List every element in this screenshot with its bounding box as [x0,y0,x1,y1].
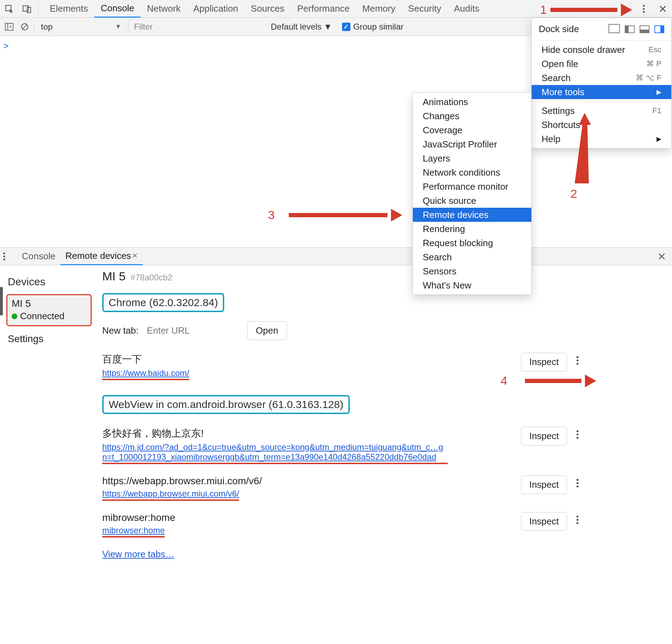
tab-elements[interactable]: Elements [43,0,94,18]
annotation-2 [564,113,606,194]
tab-security[interactable]: Security [402,0,448,18]
tools-item-remote-devices[interactable]: Remote devices [413,208,531,222]
page-url-link[interactable]: mibrowser:home [102,525,165,537]
console-prompt: > [4,41,8,51]
group-similar-checkbox[interactable]: ✓ Group similar [342,22,404,32]
toggle-sidebar-icon[interactable] [3,20,16,33]
kebab-menu-icon[interactable] [637,2,650,15]
sidebar-settings[interactable]: Settings [6,331,92,347]
device-hash: #78a00cb2 [130,273,172,282]
submenu-arrow-icon: ▶ [656,135,661,143]
annotation-label: 2 [570,187,577,201]
tab-application[interactable]: Application [187,0,244,18]
menu-item-more-tools[interactable]: More tools▶ [532,85,671,99]
group-similar-label: Group similar [353,22,404,32]
svg-point-12 [576,359,579,362]
tab-network[interactable]: Network [141,0,187,18]
svg-point-18 [576,482,579,484]
svg-point-19 [576,486,579,488]
inspect-button[interactable]: Inspect [521,512,567,531]
page-kebab-icon[interactable] [573,353,582,368]
drawer-kebab-icon[interactable] [3,252,13,261]
new-tab-url-input[interactable] [147,325,239,336]
svg-point-3 [643,5,644,6]
tools-item-javascript-profiler[interactable]: JavaScript Profiler [413,137,531,151]
filter-input[interactable] [131,20,265,34]
menu-item-hide-console-drawer[interactable]: Hide console drawerEsc [532,43,671,57]
new-tab-label: New tab: [102,325,139,336]
page-kebab-icon[interactable] [573,427,582,442]
svg-point-5 [643,11,644,13]
device-toolbar-icon[interactable] [20,2,33,15]
inspect-button[interactable]: Inspect [521,475,567,494]
inspect-element-icon[interactable] [3,2,16,15]
menu-item-search[interactable]: Search⌘ ⌥ F [532,71,671,85]
inspect-button[interactable]: Inspect [521,427,567,445]
close-tab-icon[interactable]: ✕ [132,251,138,260]
menu-item-label: Search [542,73,570,84]
menu-separator [532,101,671,102]
svg-point-14 [576,430,579,432]
tools-item-request-blocking[interactable]: Request blocking [413,236,531,250]
sidebar-header: Devices [8,276,92,288]
tab-memory[interactable]: Memory [356,0,402,18]
device-entry[interactable]: MI 5 Connected [6,294,92,326]
menu-item-shortcut: Esc [648,45,661,54]
dock-right-icon[interactable] [654,25,664,33]
tools-item-changes[interactable]: Changes [413,109,531,123]
close-devtools-icon[interactable] [656,2,669,15]
menu-item-shortcut: ⌘ P [646,59,661,68]
tab-performance[interactable]: Performance [291,0,356,18]
drawer-tab-console[interactable]: Console [17,248,60,265]
tab-console[interactable]: Console [94,0,140,18]
inspect-button[interactable]: Inspect [521,353,567,371]
log-level-selector[interactable]: Default levels ▼ [268,22,335,32]
page-kebab-icon[interactable] [573,512,582,528]
page-kebab-icon[interactable] [573,475,582,491]
checkbox-checked-icon: ✓ [342,23,350,31]
svg-rect-6 [5,23,13,30]
dock-bottom-icon[interactable] [640,25,649,33]
tools-item-network-conditions[interactable]: Network conditions [413,165,531,180]
view-more-link[interactable]: View more tabs… [102,549,175,559]
page-entry: https://webapp.browser.miui.com/v6/https… [102,475,582,501]
page-url-link[interactable]: https://m.jd.com/?ad_od=1&cu=true&utm_so… [102,442,448,464]
remote-devices-panel: Devices MI 5 Connected Settings MI 5 #78… [0,265,672,583]
tab-audits[interactable]: Audits [447,0,485,18]
submenu-arrow-icon: ▶ [656,88,661,96]
drawer-close-icon[interactable] [654,253,669,260]
tools-item-what's-new[interactable]: What's New [413,278,531,292]
drawer-tab-strip: ConsoleRemote devices✕ [0,248,672,265]
menu-separator [532,40,671,41]
tools-item-rendering[interactable]: Rendering [413,222,531,236]
svg-point-20 [576,516,579,518]
annotation-label: 1 [540,3,547,17]
divider [128,21,128,32]
divider [38,3,38,14]
dock-side-label: Dock side [539,24,605,35]
tools-item-coverage[interactable]: Coverage [413,123,531,137]
open-button[interactable]: Open [247,321,287,340]
browser-header-chrome: Chrome (62.0.3202.84) [102,293,224,312]
tab-sources[interactable]: Sources [244,0,291,18]
annotation-1: 1 [540,3,632,17]
svg-point-16 [576,437,579,439]
svg-point-22 [576,522,579,524]
chevron-down-icon: ▼ [324,22,332,32]
menu-item-open-file[interactable]: Open file⌘ P [532,57,671,71]
tools-item-search[interactable]: Search [413,250,531,264]
tools-item-performance-monitor[interactable]: Performance monitor [413,180,531,194]
dock-left-icon[interactable] [625,25,635,33]
tools-item-layers[interactable]: Layers [413,151,531,165]
status-dot-icon [12,314,17,319]
context-selector[interactable]: top ▼ [37,20,125,34]
dock-undock-icon[interactable] [610,25,620,33]
tools-item-sensors[interactable]: Sensors [413,264,531,278]
tools-item-animations[interactable]: Animations [413,95,531,109]
tools-item-quick-source[interactable]: Quick source [413,194,531,208]
clear-console-icon[interactable] [18,20,31,33]
drawer-tab-remote-devices[interactable]: Remote devices✕ [60,248,142,265]
page-url-link[interactable]: https://webapp.browser.miui.com/v6/ [102,489,239,501]
menu-item-label: Open file [542,59,578,69]
page-url-link[interactable]: https://www.baidu.com/ [102,368,189,380]
